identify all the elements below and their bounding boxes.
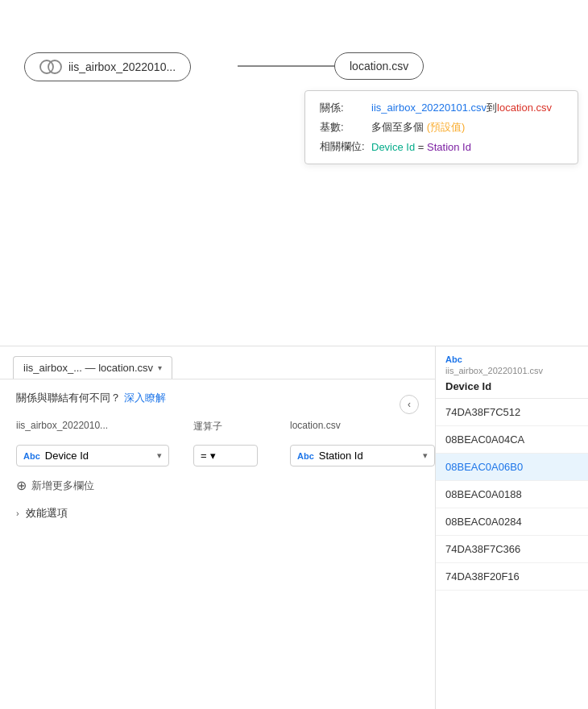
dropdown-panel-header: Abc iis_airbox_20220101.csv Device Id (436, 346, 588, 399)
right-field-select[interactable]: Abc Station Id ▾ (290, 445, 435, 466)
performance-label: 效能選項 (26, 506, 68, 520)
target-col-header: location.csv (290, 420, 435, 433)
right-field-chevron-icon: ▾ (423, 450, 428, 461)
tab-item[interactable]: iis_airbox_... — location.csv ▾ (13, 356, 172, 379)
relation-label: 關係: (320, 101, 368, 115)
tab-chevron-icon: ▾ (158, 363, 162, 372)
learn-more-link[interactable]: 深入瞭解 (124, 391, 166, 405)
add-field-label: 新增更多欄位 (31, 479, 94, 493)
relation-value: iis_airbox_20220101.csv到location.csv (371, 101, 552, 115)
dropdown-source-name: iis_airbox_20220101.csv (445, 366, 578, 375)
bottom-section: iis_airbox_... — location.csv ▾ ‹ 關係與聯結有… (0, 346, 588, 709)
dropdown-items-container: 74DA38F7C51208BEAC0A04CA08BEAC0A06B008BE… (436, 399, 588, 591)
dropdown-item[interactable]: 08BEAC0A04CA (436, 426, 588, 454)
left-field-select[interactable]: Abc Device Id ▾ (16, 445, 169, 466)
base-value: 多個至多個 (預設值) (371, 120, 465, 135)
dropdown-item[interactable]: 08BEAC0A0188 (436, 481, 588, 508)
right-node[interactable]: location.csv (334, 52, 424, 80)
right-node-label: location.csv (350, 60, 408, 73)
dropdown-panel: Abc iis_airbox_20220101.csv Device Id 74… (435, 346, 588, 709)
dropdown-item[interactable]: 08BEAC0A0284 (436, 508, 588, 536)
plus-icon: ⊕ (16, 478, 27, 493)
operator-select[interactable]: = ▾ (193, 445, 258, 466)
right-field-abc: Abc (297, 451, 314, 461)
diagram-area: iis_airbox_2022010... location.csv 關係: i… (0, 0, 588, 346)
left-field-abc: Abc (23, 451, 40, 461)
operator-chevron-icon: ▾ (210, 450, 216, 462)
source-col-header: iis_airbox_2022010... (16, 420, 193, 433)
left-node-label: iis_airbox_2022010... (68, 60, 176, 73)
operator-col-header: 運算子 (193, 420, 290, 433)
relationship-tooltip: 關係: iis_airbox_20220101.csv到location.csv… (304, 90, 578, 164)
dropdown-item[interactable]: 74DA38F20F16 (436, 563, 588, 591)
dropdown-abc-tag: Abc (445, 354, 578, 364)
field-label: 相關欄位: (320, 139, 368, 154)
right-field-label: Station Id (319, 450, 363, 462)
left-field-label: Device Id (45, 450, 89, 462)
base-label: 基數: (320, 120, 368, 135)
field-value: Device Id = Station Id (371, 141, 471, 153)
operator-value: = (201, 450, 207, 462)
dropdown-item[interactable]: 74DA38F7C366 (436, 536, 588, 563)
dropdown-item[interactable]: 08BEAC0A06B0 (436, 454, 588, 481)
left-node[interactable]: iis_airbox_2022010... (24, 52, 191, 81)
tab-label: iis_airbox_... — location.csv (23, 362, 153, 374)
connector-line (238, 65, 336, 67)
chevron-right-icon: › (16, 508, 19, 518)
dropdown-item[interactable]: 74DA38F7C512 (436, 399, 588, 426)
svg-point-1 (48, 60, 61, 73)
venn-icon (39, 60, 62, 74)
learn-more-text: 關係與聯結有何不同？ (16, 391, 121, 405)
collapse-button[interactable]: ‹ (400, 395, 419, 414)
collapse-icon: ‹ (408, 399, 411, 410)
dropdown-col-header: Device Id (445, 380, 491, 392)
left-field-chevron-icon: ▾ (157, 450, 162, 461)
